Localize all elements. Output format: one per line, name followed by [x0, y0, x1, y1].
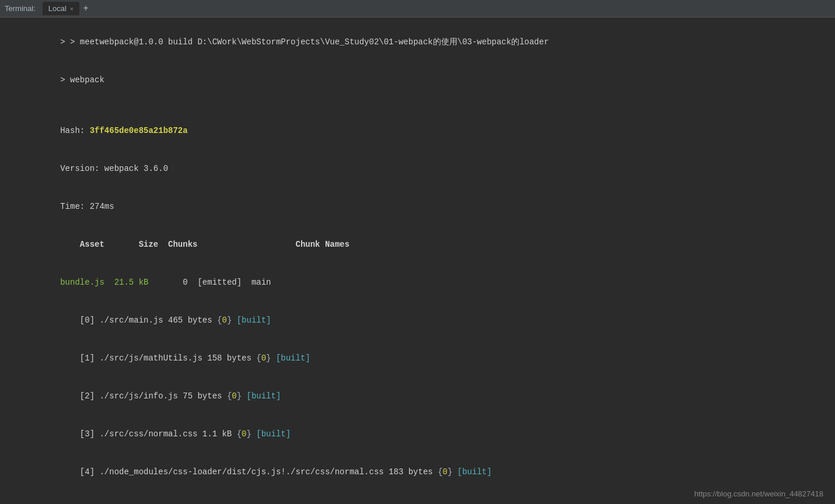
version-text: Version: webpack 3.6.0 — [60, 164, 168, 173]
watermark-text: https://blog.csdn.net/weixin_44827418 — [694, 489, 823, 498]
m2-built: [built] — [242, 391, 281, 401]
line-table-header: Asset Size Chunks Chunk Names — [21, 226, 826, 264]
line-blank-1 — [21, 99, 826, 112]
terminal-label: Terminal: — [5, 4, 36, 13]
cmd-meetwebpack: > meetwebpack@1.0.0 build D:\CWork\WebSt… — [70, 37, 549, 47]
m2-text: [2] ./src/js/info.js 75 bytes — [60, 391, 227, 401]
bundle-text: bundle.js 21.5 kB — [60, 278, 148, 287]
line-time: Time: 274ms — [21, 188, 826, 226]
bundle-chunks: 0 [emitted] main — [148, 278, 271, 287]
cmd-webpack: webpack — [70, 75, 104, 85]
line-module-1: [1] ./src/js/mathUtils.js 158 bytes {0} … — [21, 340, 826, 377]
tab-name: Local — [48, 4, 67, 13]
line-module-2: [2] ./src/js/info.js 75 bytes {0} [built… — [21, 377, 826, 415]
m4-text: [4] ./node_modules/css-loader/dist/cjs.j… — [60, 467, 438, 477]
watermark: https://blog.csdn.net/weixin_44827418 — [694, 489, 823, 498]
line-webpack: > webpack — [21, 61, 826, 99]
terminal-wrapper: Terminal: Local × + Z: Structure 2: Favo… — [0, 0, 835, 504]
add-tab-button[interactable]: + — [83, 4, 89, 13]
m0-built: [built] — [232, 316, 271, 325]
close-tab-icon[interactable]: × — [70, 5, 74, 12]
table-header-text: Asset Size Chunks Chunk Names — [60, 240, 350, 249]
line-module-0: [0] ./src/main.js 465 bytes {0} [built] — [21, 302, 826, 340]
tab-bar: Terminal: Local × + — [0, 0, 835, 18]
line-hash: Hash: 3ff465de0e85a21b872a — [21, 112, 826, 150]
time-text: Time: 274ms — [60, 202, 114, 211]
prompt-arrow-1: > — [60, 37, 70, 47]
m4-built: [built] — [452, 467, 491, 477]
line-version: Version: webpack 3.6.0 — [21, 150, 826, 188]
line-module-3: [3] ./src/css/normal.css 1.1 kB {0} [bui… — [21, 415, 826, 453]
hash-label: Hash: — [60, 126, 89, 135]
prompt-arrow-2: > — [60, 75, 70, 85]
line-meetwebpack: > > meetwebpack@1.0.0 build D:\CWork\Web… — [21, 23, 826, 61]
line-module-4: [4] ./node_modules/css-loader/dist/cjs.j… — [21, 453, 826, 491]
hash-value: 3ff465de0e85a21b872a — [90, 126, 188, 135]
local-tab[interactable]: Local × — [43, 2, 80, 15]
m1-built: [built] — [271, 354, 310, 363]
terminal-body: > > meetwebpack@1.0.0 build D:\CWork\Web… — [0, 18, 835, 504]
line-bundle: bundle.js 21.5 kB 0 [emitted] main — [21, 264, 826, 302]
m3-text: [3] ./src/css/normal.css 1.1 kB — [60, 429, 236, 439]
m0-num: 0 — [222, 316, 226, 325]
m3-built: [built] — [251, 429, 291, 439]
terminal-content: > > meetwebpack@1.0.0 build D:\CWork\Web… — [9, 23, 826, 504]
m1-text: [1] ./src/js/mathUtils.js 158 bytes — [60, 354, 256, 363]
m0-text: [0] ./src/main.js 465 bytes — [60, 316, 217, 325]
